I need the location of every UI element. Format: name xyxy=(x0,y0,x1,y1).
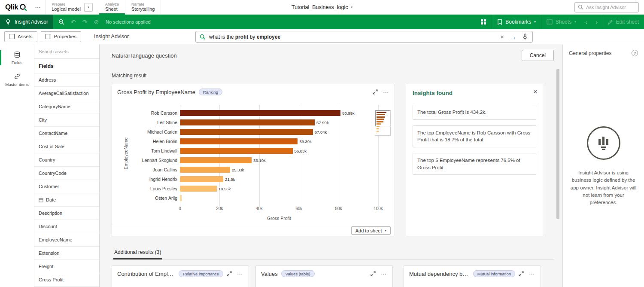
more-menu-icon[interactable]: ⋯ xyxy=(237,270,243,277)
ask-insight-advisor-input[interactable] xyxy=(586,5,635,10)
next-sheet-icon[interactable]: › xyxy=(592,15,602,29)
x-tick-label: 80k xyxy=(335,206,342,211)
expand-icon[interactable] xyxy=(371,271,376,276)
properties-toggle-button[interactable]: Properties xyxy=(41,31,81,42)
bar[interactable] xyxy=(180,129,313,135)
page-title: Natural language question xyxy=(112,52,177,59)
additional-card[interactable]: Contribution of Employ...Relative import… xyxy=(112,266,249,287)
vertical-scrollbar[interactable] xyxy=(556,69,559,219)
global-menu-icon[interactable]: ⋯ xyxy=(30,0,45,14)
add-to-sheet-button[interactable]: Add to sheet ▾ xyxy=(351,226,391,235)
x-tick-label: 0 xyxy=(179,206,181,211)
assets-search-row[interactable] xyxy=(34,44,99,59)
help-icon[interactable]: ? xyxy=(632,50,638,56)
chart-minimap[interactable] xyxy=(375,110,391,136)
assets-field-list: AddressAverageCallSatisfactionCategoryNa… xyxy=(34,73,99,287)
field-item[interactable]: Gross Profit xyxy=(34,273,99,287)
insight-advisor-button[interactable]: Insight Advisor xyxy=(0,15,53,29)
bar-category-label: Helen Brolin xyxy=(117,139,180,144)
sidebar-item-master-items[interactable]: Master items xyxy=(0,69,34,91)
bar-row[interactable]: Michael Carlen67.04k xyxy=(117,127,378,137)
clear-selections-icon[interactable]: ⊘ xyxy=(91,15,102,29)
assets-button-label: Assets xyxy=(18,34,33,39)
bar-row[interactable]: Tom Lindwall56.83k xyxy=(117,146,378,156)
app-objects-grid-icon[interactable] xyxy=(475,15,492,29)
bar[interactable] xyxy=(180,186,217,192)
edit-sheet-button[interactable]: Edit sheet xyxy=(602,15,644,29)
minimap-viewport[interactable] xyxy=(375,110,390,126)
search-insights-icon[interactable] xyxy=(56,15,67,29)
bar-row[interactable]: Lennart Skoglund36.19k xyxy=(117,156,378,165)
bar-chart: Rob Carsson80.99kLeif Shine67.99kMichael… xyxy=(117,108,378,203)
nav-tab-analyze[interactable]: Analyze Sheet xyxy=(99,0,125,14)
assets-toggle-button[interactable]: Assets xyxy=(4,31,37,42)
microphone-icon[interactable] xyxy=(522,34,529,40)
ask-insight-advisor-searchbox[interactable] xyxy=(574,2,639,12)
additional-card[interactable]: Mutual dependency bet...Mutual informati… xyxy=(404,266,541,287)
search-assets-input[interactable] xyxy=(39,49,95,54)
sheets-button[interactable]: Sheets ▾ xyxy=(541,15,581,29)
field-item[interactable]: Customer xyxy=(34,180,99,193)
qlik-logo[interactable]: Qlik xyxy=(0,0,30,14)
more-menu-icon[interactable]: ⋯ xyxy=(381,270,387,277)
more-menu-icon[interactable]: ⋯ xyxy=(383,89,389,95)
more-menu-icon[interactable]: ⋯ xyxy=(529,270,535,277)
sidebar-item-fields[interactable]: Fields xyxy=(0,47,34,69)
bar-row[interactable]: Helen Brolin59.39k xyxy=(117,137,378,146)
bar-value-label: 18.56k xyxy=(219,186,231,191)
no-selections-label: No selections applied xyxy=(106,19,151,24)
lightbulb-icon xyxy=(5,19,11,25)
bar[interactable] xyxy=(180,167,230,173)
field-item[interactable]: Extension xyxy=(34,247,99,260)
bar[interactable] xyxy=(180,176,223,182)
field-item[interactable]: Discount xyxy=(34,220,99,233)
bar[interactable] xyxy=(180,148,293,154)
redo-icon[interactable]: ↷ xyxy=(79,15,91,29)
field-item[interactable]: City xyxy=(34,113,99,127)
pencil-icon xyxy=(608,19,613,25)
bar[interactable] xyxy=(180,119,315,125)
close-icon[interactable]: × xyxy=(533,88,538,96)
expand-icon[interactable] xyxy=(227,271,232,276)
nlq-search-field[interactable]: what is the profit by employee × → xyxy=(195,31,533,43)
field-item[interactable]: Cost of Sale xyxy=(34,140,99,153)
expand-icon[interactable] xyxy=(519,271,524,276)
field-item[interactable]: Date xyxy=(34,193,99,207)
app-title-dropdown[interactable]: Tutorial_Business_logic ▾ xyxy=(292,0,352,15)
field-item[interactable]: CategoryName xyxy=(34,100,99,113)
logical-model-dropdown-button[interactable]: ▾ xyxy=(84,3,93,12)
field-item[interactable]: EmployeeName xyxy=(34,233,99,247)
chart-card[interactable]: Gross Profit by EmployeeName Ranking ⋯ E… xyxy=(112,84,395,236)
additional-card[interactable]: ValuesValues (table)⋯ xyxy=(255,266,393,287)
bar-row[interactable]: Rob Carsson80.99k xyxy=(117,108,378,118)
nav-tab-narrate[interactable]: Narrate Storytelling xyxy=(125,0,161,14)
bar-row[interactable]: Joan Callins25.33k xyxy=(117,165,378,174)
clear-query-icon[interactable]: × xyxy=(499,33,505,40)
bar[interactable] xyxy=(180,110,340,116)
bar[interactable] xyxy=(180,138,298,144)
expand-icon[interactable] xyxy=(373,89,378,95)
field-item[interactable]: Country xyxy=(34,153,99,167)
nav-section-label: Analyze xyxy=(105,2,119,7)
cancel-button[interactable]: Cancel xyxy=(522,50,554,61)
bar-row[interactable]: Östen Ärlig xyxy=(117,193,378,203)
bar[interactable] xyxy=(180,157,252,163)
tab-additional-results[interactable]: Additional results (3) xyxy=(113,247,162,260)
field-item[interactable]: ContactName xyxy=(34,127,99,140)
nav-tab-prepare[interactable]: Prepare Logical model ▾ xyxy=(45,0,99,14)
field-item[interactable]: Description xyxy=(34,207,99,220)
bar-row[interactable]: Ingrid Hendrix21.9k xyxy=(117,174,378,184)
field-item[interactable]: AverageCallSatisfaction xyxy=(34,87,99,100)
field-item[interactable]: Address xyxy=(34,73,99,87)
field-item[interactable]: CountryCode xyxy=(34,167,99,180)
undo-icon[interactable]: ↶ xyxy=(67,15,79,29)
bar-row[interactable]: Leif Shine67.99k xyxy=(117,118,378,127)
submit-query-arrow-icon[interactable]: → xyxy=(508,33,518,40)
field-item-label: Date xyxy=(46,197,56,202)
bar[interactable] xyxy=(180,195,182,201)
bookmarks-button[interactable]: Bookmarks ▾ xyxy=(492,15,541,29)
bar-row[interactable]: Louis Presley18.56k xyxy=(117,184,378,193)
insights-card: Insights found × The total Gross Profit … xyxy=(406,84,543,236)
field-item[interactable]: Freight xyxy=(34,260,99,273)
previous-sheet-icon[interactable]: ‹ xyxy=(581,15,592,29)
